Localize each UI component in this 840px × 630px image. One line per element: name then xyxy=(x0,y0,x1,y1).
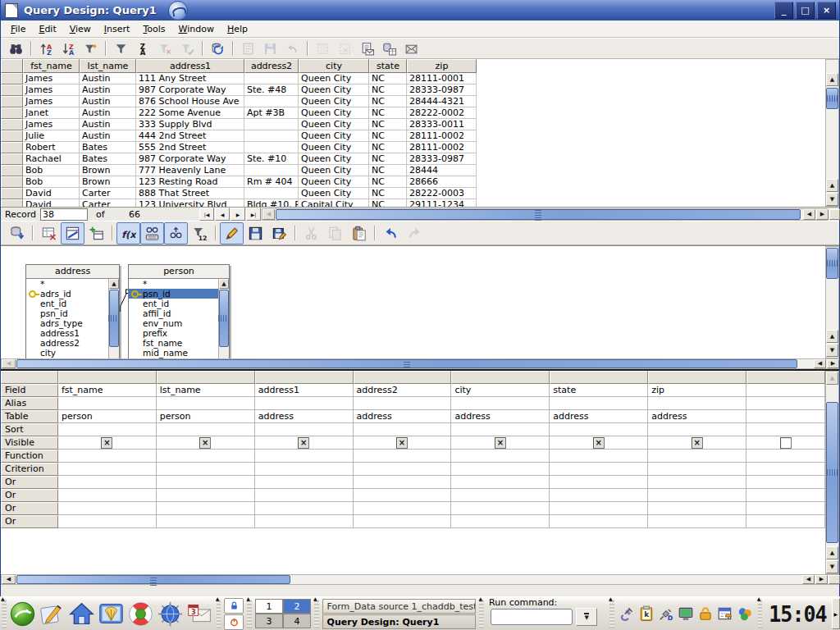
copy-icon[interactable] xyxy=(323,222,347,244)
menu-insert[interactable]: Insert xyxy=(98,22,137,36)
grid-row-label[interactable]: Visible xyxy=(1,436,58,450)
grid-cell[interactable] xyxy=(255,463,354,476)
field-adrs_type[interactable]: adrs_type xyxy=(26,318,108,328)
writer-icon[interactable] xyxy=(38,599,67,628)
table-cell[interactable]: Queen City xyxy=(299,107,369,119)
field-psn_id[interactable]: psn_id xyxy=(129,289,218,299)
scroll-up-icon[interactable] xyxy=(109,279,119,289)
grid-cell[interactable] xyxy=(157,397,255,410)
table-cell[interactable]: Austin xyxy=(80,96,136,107)
grid-cell[interactable] xyxy=(648,397,746,410)
grid-cell[interactable] xyxy=(58,436,157,450)
colors-icon[interactable] xyxy=(737,605,754,623)
table-cell[interactable]: Capital City xyxy=(299,199,369,207)
grid-cell[interactable] xyxy=(354,476,452,489)
grid-cell[interactable] xyxy=(648,450,746,463)
table-cell[interactable]: 876 School House Ave xyxy=(136,96,244,107)
grid-cell[interactable] xyxy=(746,489,825,502)
close-button[interactable]: × xyxy=(817,2,836,19)
alias-icon[interactable] xyxy=(164,222,188,244)
record-hscroll-thumb[interactable] xyxy=(276,209,801,220)
grid-column-header[interactable] xyxy=(451,371,550,384)
grid-column-header[interactable] xyxy=(58,371,157,384)
grid-cell[interactable] xyxy=(550,436,648,450)
table-cell[interactable]: 111 Any Street xyxy=(136,73,244,84)
field-star[interactable]: * xyxy=(26,279,108,289)
undo-data-icon[interactable] xyxy=(281,39,304,58)
table-cell[interactable]: Queen City xyxy=(299,119,369,130)
grid-cell[interactable] xyxy=(354,515,452,528)
pager-desktop-2[interactable]: 2 xyxy=(283,599,311,614)
grid-cell[interactable] xyxy=(255,423,354,436)
shutdown-icon[interactable] xyxy=(224,614,244,630)
query-design-canvas[interactable]: address*adrs_ident_idpsn_idadrs_typeaddr… xyxy=(1,245,839,358)
functions-icon[interactable]: f(x) xyxy=(116,222,140,244)
table-cell[interactable]: Rachael xyxy=(23,153,80,165)
grid-cell[interactable]: city xyxy=(451,384,550,397)
apply-filter-icon[interactable] xyxy=(176,39,199,58)
grid-cell[interactable] xyxy=(255,502,354,515)
grid-cell[interactable] xyxy=(746,436,825,450)
grid-cell[interactable] xyxy=(451,515,550,528)
konqueror-icon[interactable] xyxy=(97,599,126,628)
grid-row-label[interactable]: Alias xyxy=(1,397,58,410)
column-header-fst_name[interactable]: fst_name xyxy=(23,59,80,73)
table-cell[interactable]: 987 Corporate Way xyxy=(136,84,244,96)
row-header[interactable] xyxy=(1,130,23,142)
autofilter-icon[interactable] xyxy=(80,39,102,58)
grid-cell[interactable] xyxy=(157,423,255,436)
mail-client-icon[interactable]: 3 xyxy=(185,599,215,628)
cut-icon[interactable] xyxy=(299,222,323,244)
grid-cell[interactable] xyxy=(648,502,746,515)
grid-cell[interactable] xyxy=(451,436,550,450)
table-cell[interactable]: Austin xyxy=(80,130,136,142)
grid-cell[interactable]: zip xyxy=(648,384,746,397)
grid-cell[interactable]: state xyxy=(550,384,648,397)
grid-cell[interactable] xyxy=(157,436,255,450)
scroll-up-icon[interactable] xyxy=(826,179,838,192)
table-cell[interactable]: Queen City xyxy=(299,153,369,165)
scroll-left-icon[interactable] xyxy=(802,575,815,584)
table-cell[interactable]: Carter xyxy=(80,188,136,199)
grid-cell[interactable] xyxy=(354,502,452,515)
grid-cell[interactable] xyxy=(157,502,255,515)
table-cell[interactable]: NC xyxy=(369,153,407,165)
field-prefix[interactable]: prefix xyxy=(129,328,218,338)
visible-checkbox-checked[interactable] xyxy=(298,437,309,449)
grid-cell[interactable] xyxy=(58,489,157,502)
menu-tools[interactable]: Tools xyxy=(136,22,171,36)
save-record-icon[interactable] xyxy=(259,39,281,58)
table-cell[interactable] xyxy=(244,142,299,153)
table-cell[interactable]: James xyxy=(23,73,80,84)
applet-handle[interactable] xyxy=(479,599,484,628)
table-cell[interactable]: Bob xyxy=(23,176,80,188)
grid-cell[interactable] xyxy=(451,476,550,489)
first-record-icon[interactable]: |◀ xyxy=(199,208,214,221)
grid-cell[interactable] xyxy=(157,515,255,528)
grid-cell[interactable] xyxy=(746,450,825,463)
table-cell[interactable]: 28333-0987 xyxy=(407,84,477,96)
column-header-state[interactable]: state xyxy=(369,59,407,73)
table-cell[interactable]: 444 2nd Street xyxy=(136,130,244,142)
applet-handle[interactable] xyxy=(2,599,7,628)
grid-cell[interactable]: lst_name xyxy=(157,384,255,397)
field-psn_id[interactable]: psn_id xyxy=(26,308,108,318)
table-cell[interactable] xyxy=(244,130,299,142)
grid-cell[interactable] xyxy=(550,450,648,463)
scroll-right-icon[interactable] xyxy=(816,209,829,220)
applet-handle[interactable] xyxy=(609,599,614,628)
table-cell[interactable]: 123 University Blvd xyxy=(136,199,244,207)
grid-cell[interactable] xyxy=(451,463,550,476)
table-cell[interactable]: 28444-4321 xyxy=(407,96,477,107)
table-cell[interactable]: Bates xyxy=(80,142,136,153)
scroll-left-icon[interactable] xyxy=(2,359,16,368)
prev-record-icon[interactable]: ◀ xyxy=(215,208,230,221)
grid-vscroll-thumb[interactable] xyxy=(826,402,838,543)
grid-cell[interactable] xyxy=(648,476,746,489)
scroll-up-icon[interactable] xyxy=(826,546,838,559)
grid-cell[interactable] xyxy=(255,397,354,410)
applet-handle[interactable] xyxy=(217,599,221,628)
run-command-dropdown[interactable]: ▼ xyxy=(576,608,597,626)
grid-cell[interactable] xyxy=(58,515,157,528)
menu-file[interactable]: File xyxy=(4,22,32,36)
